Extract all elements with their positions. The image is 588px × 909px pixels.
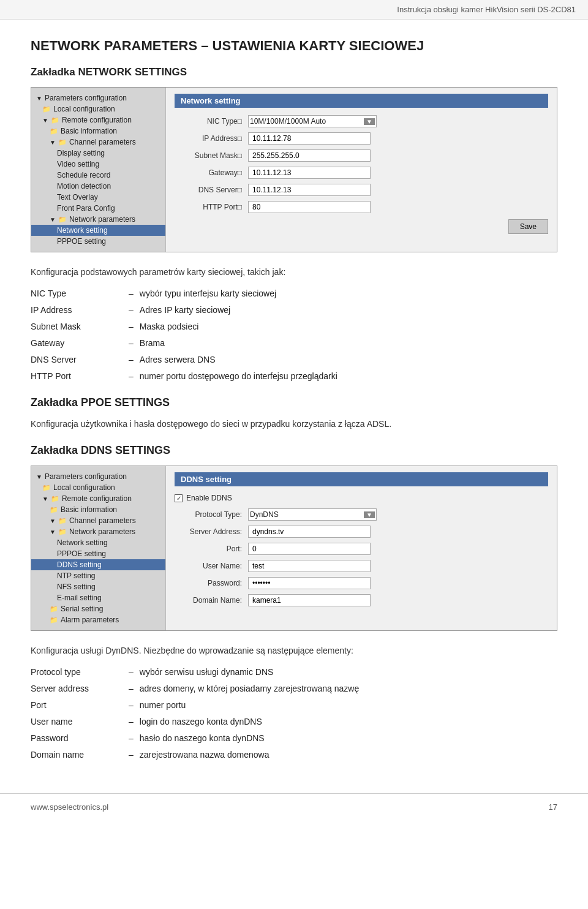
minus-icon2: ▼: [50, 139, 56, 146]
ddns-tree-network-params-label: Network parameters: [69, 527, 135, 536]
param-desc-nic: wybór typu interfejsu karty sieciowej: [140, 287, 557, 300]
folder-icon5: 📁: [58, 216, 67, 224]
param-row-nic: NIC Type – wybór typu interfejsu karty s…: [31, 287, 557, 300]
gateway-input[interactable]: [248, 167, 371, 179]
param-row-http: HTTP Port – numer portu dostępowego do i…: [31, 370, 557, 383]
page-title: NETWORK PARAMETERS – USTAWIENIA KARTY SI…: [31, 38, 557, 54]
tree-item-pppoe[interactable]: PPPOE setting: [31, 236, 165, 247]
network-settings-screenshot: ▼ Parameters configuration 📁 Local confi…: [31, 87, 557, 252]
password-input[interactable]: [248, 577, 371, 589]
subnet-mask-input[interactable]: [248, 149, 371, 162]
header-title: Instrukcja obsługi kamer HikVision serii…: [397, 5, 576, 14]
ddns-tree-pppoe[interactable]: PPPOE setting: [31, 548, 165, 559]
domain-name-row: Domain Name:: [175, 594, 548, 606]
save-button[interactable]: Save: [508, 219, 548, 234]
ddns-arrow-icon: ▼: [36, 473, 42, 480]
nic-type-arrow: ▼: [364, 118, 375, 125]
ddns-tree-network-setting-label: Network setting: [57, 538, 108, 547]
param-name-http: HTTP Port: [31, 370, 123, 383]
ddns-param-user-desc: login do naszego konta dynDNS: [140, 715, 557, 728]
tree-item-front-para[interactable]: Front Para Config: [31, 203, 165, 214]
dns-server-input[interactable]: [248, 184, 371, 196]
tree-item-schedule[interactable]: Schedule record: [31, 170, 165, 181]
ddns-param-protocol-desc: wybór serwisu usługi dynamic DNS: [140, 666, 557, 679]
ddns-tree-serial-label: Serial setting: [61, 605, 103, 613]
param-desc-dns: Adres serwera DNS: [140, 353, 557, 366]
ddns-settings-panel: DDNS setting ✓ Enable DDNS Protocol Type…: [166, 466, 557, 630]
nic-type-select[interactable]: 10M/100M/1000M Auto ▼: [248, 115, 377, 127]
network-settings-title: Network setting: [175, 94, 548, 108]
ddns-tree-ddns-label: DDNS setting: [57, 560, 102, 569]
ddns-tree-channel[interactable]: ▼ 📁 Channel parameters: [31, 515, 165, 526]
tree-channel-params-label: Channel parameters: [69, 138, 136, 146]
ip-address-row: IP Address□: [175, 132, 548, 145]
domain-name-input[interactable]: [248, 594, 371, 606]
ddns-tree-pppoe-label: PPPOE setting: [57, 549, 106, 558]
ddns-minus-icon2: ▼: [50, 518, 56, 524]
tree-item-channel-params[interactable]: ▼ 📁 Channel parameters: [31, 137, 165, 148]
server-address-input[interactable]: [248, 526, 371, 538]
ip-address-input[interactable]: [248, 132, 371, 145]
ddns-param-server: Server address – adres domeny, w której …: [31, 682, 557, 695]
param-row-subnet: Subnet Mask – Maska podsieci: [31, 320, 557, 333]
param-row-dns: DNS Server – Adres serwera DNS: [31, 353, 557, 366]
nic-type-row: NIC Type□ 10M/100M/1000M Auto ▼: [175, 115, 548, 127]
tree-item-display[interactable]: Display setting: [31, 148, 165, 159]
dns-server-label: DNS Server□: [175, 186, 248, 194]
param-desc-ip: Adres IP karty sieciowej: [140, 304, 557, 317]
user-name-label: User Name:: [175, 562, 248, 570]
param-name-ip: IP Address: [31, 304, 123, 317]
tree-schedule-label: Schedule record: [57, 171, 110, 179]
ddns-tree-email[interactable]: E-mail setting: [31, 592, 165, 603]
user-name-input[interactable]: [248, 560, 371, 572]
ddns-tree-ddns-setting[interactable]: DDNS setting: [31, 559, 165, 570]
port-row: Port:: [175, 543, 548, 555]
ddns-tree-ntp[interactable]: NTP setting: [31, 570, 165, 581]
ddns-tree-nfs[interactable]: NFS setting: [31, 581, 165, 592]
param-name-subnet: Subnet Mask: [31, 320, 123, 333]
protocol-type-select[interactable]: DynDNS ▼: [248, 508, 377, 521]
tree-item-network-setting[interactable]: Network setting: [31, 225, 165, 236]
tree-item-params-config[interactable]: ▼ Parameters configuration: [31, 92, 165, 104]
param-desc-subnet: Maska podsieci: [140, 320, 557, 333]
ddns-param-port-name: Port: [31, 699, 123, 712]
header-bar: Instrukcja obsługi kamer HikVision serii…: [0, 0, 588, 20]
tree-item-video[interactable]: Video setting: [31, 159, 165, 170]
tree-item-basic-info[interactable]: 📁 Basic information: [31, 126, 165, 137]
ddns-tree-channel-label: Channel parameters: [69, 516, 136, 525]
tree-item-network-params[interactable]: ▼ 📁 Network parameters: [31, 214, 165, 225]
http-port-input[interactable]: [248, 201, 371, 213]
tree-item-local-config[interactable]: 📁 Local configuration: [31, 104, 165, 115]
server-address-row: Server Address:: [175, 526, 548, 538]
ip-address-label: IP Address□: [175, 134, 248, 143]
protocol-type-label: Protocol Type:: [175, 510, 248, 519]
param-row-ip: IP Address – Adres IP karty sieciowej: [31, 304, 557, 317]
ddns-param-user: User name – login do naszego konta dynDN…: [31, 715, 557, 728]
ddns-tree-serial[interactable]: 📁 Serial setting: [31, 603, 165, 614]
ddns-param-password: Password – hasło do naszego konta dynDNS: [31, 732, 557, 745]
tree-item-remote-config[interactable]: ▼ 📁 Remote configuration: [31, 115, 165, 126]
ddns-tree-network-setting[interactable]: Network setting: [31, 537, 165, 548]
ddns-param-password-desc: hasło do naszego konta dynDNS: [140, 732, 557, 745]
ddns-tree-alarm[interactable]: 📁 Alarm parameters: [31, 614, 165, 625]
tree-motion-label: Motion detection: [57, 182, 111, 190]
port-input[interactable]: [248, 543, 371, 555]
ddns-tree-basic[interactable]: 📁 Basic information: [31, 504, 165, 515]
gateway-row: Gateway□: [175, 167, 548, 179]
ddns-tree-local[interactable]: 📁 Local configuration: [31, 482, 165, 493]
ddns-param-password-name: Password: [31, 732, 123, 745]
tree-item-text-overlay[interactable]: Text Overlay: [31, 192, 165, 203]
ddns-tree-network-params[interactable]: ▼ 📁 Network parameters: [31, 526, 165, 537]
ddns-tree-item-params[interactable]: ▼ Parameters configuration: [31, 471, 165, 482]
folder-icon3: 📁: [50, 127, 58, 135]
enable-ddns-row: ✓ Enable DDNS: [175, 494, 548, 502]
save-btn-row: Save: [175, 219, 548, 234]
minus-icon: ▼: [42, 117, 48, 124]
param-desc-http: numer portu dostępowego do interfejsu pr…: [140, 370, 557, 383]
enable-ddns-checkbox[interactable]: ✓: [175, 494, 183, 502]
intro-text: Konfiguracja podstawowych parametrów kar…: [31, 266, 557, 279]
tree-pppoe-label: PPPOE setting: [57, 237, 106, 246]
ddns-tree-remote[interactable]: ▼ 📁 Remote configuration: [31, 493, 165, 504]
tree-item-motion[interactable]: Motion detection: [31, 181, 165, 192]
subnet-mask-label: Subnet Mask□: [175, 151, 248, 160]
